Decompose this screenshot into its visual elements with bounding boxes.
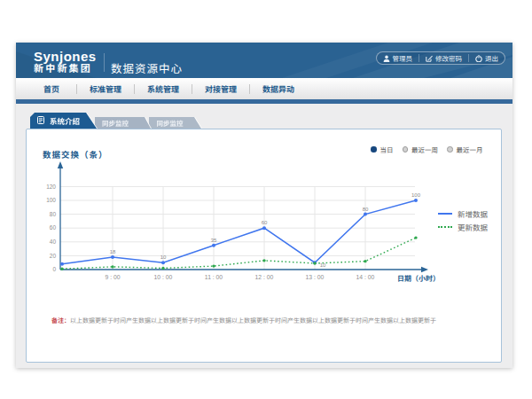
nav-item-home[interactable]: 首页	[27, 83, 76, 95]
radio-last-month[interactable]: 最近一月	[447, 145, 483, 154]
series-point	[262, 259, 265, 262]
user-icon	[383, 55, 390, 62]
series-point	[313, 262, 316, 264]
series-point	[60, 262, 64, 266]
change-password-label: 修改密码	[435, 53, 462, 63]
x-tick-label: 12 : 00	[255, 274, 274, 280]
brand-logo-subtext: 新中新集团	[34, 63, 97, 74]
y-tick-label: 120	[46, 184, 56, 190]
footnote-prefix: 备注：	[51, 317, 70, 324]
tab-sync-monitor-2[interactable]: 同步监控	[149, 117, 201, 129]
footnote-text: 以上数据更新于时间产生数据以上数据更新于时间产生数据以上数据更新于时间产生数据以…	[70, 317, 436, 324]
tab-system-intro[interactable]: 系统介绍	[30, 113, 97, 129]
radio-selected-dot	[371, 146, 377, 153]
radio-last-week[interactable]: 最近一周	[403, 145, 439, 154]
point-label: 60	[262, 220, 268, 225]
tab-label: 同步监控	[157, 118, 184, 128]
series-point	[111, 265, 113, 268]
tab-label: 同步监控	[102, 118, 129, 128]
point-label: 35	[211, 238, 217, 243]
series-point	[60, 268, 63, 270]
brand-logo-text: Synjones	[34, 51, 97, 63]
app-window: Synjones 新中新集团 数据资源中心 管理员 修改密码 退出 首页 标准管…	[16, 43, 512, 368]
x-axis-arrow-icon	[421, 267, 428, 272]
y-tick-label: 40	[50, 239, 57, 245]
time-range-group: 当日 最近一周 最近一月	[371, 145, 492, 154]
content-area: 系统介绍 同步监控 同步监控 当日	[16, 104, 512, 368]
power-icon	[475, 55, 482, 62]
nav-item-system-mgmt[interactable]: 系统管理	[135, 83, 192, 95]
brand-logo: Synjones 新中新集团	[34, 51, 97, 74]
x-tick-label: 11 : 00	[205, 274, 223, 280]
nav-item-standard-mgmt[interactable]: 标准管理	[77, 83, 134, 95]
tab-label: 系统介绍	[50, 115, 80, 126]
series-point	[212, 244, 215, 247]
header-divider	[104, 53, 105, 72]
series-point	[111, 255, 114, 259]
y-tick-label: 60	[50, 224, 57, 231]
tab-sync-monitor-1[interactable]: 同步监控	[95, 117, 151, 129]
y-tick-label: 80	[50, 211, 57, 217]
footnote: 备注：以上数据更新于时间产生数据以上数据更新于时间产生数据以上数据更新于时间产生…	[51, 316, 436, 325]
edit-icon	[426, 55, 433, 62]
legend-item-update-data: 更新数据	[438, 220, 488, 233]
point-label: 10	[160, 254, 167, 260]
x-tick-label: 13 : 00	[306, 274, 325, 280]
user-name-label: 管理员	[393, 53, 413, 63]
user-bar-separator	[419, 54, 419, 62]
tab-bar: 系统介绍 同步监控 同步监控	[30, 113, 201, 129]
user-menu-admin[interactable]: 管理员	[383, 53, 413, 63]
point-label: 80	[363, 207, 369, 212]
series-point	[161, 261, 165, 264]
y-tick-label: 0	[52, 266, 56, 272]
line-chart: 0204060801001209 : 0010 : 0011 : 0012 : …	[27, 159, 434, 292]
x-axis-title: 日期（小时）	[397, 273, 440, 283]
series-point	[414, 199, 418, 202]
document-icon	[37, 116, 44, 124]
legend-line-dotted-icon	[438, 226, 452, 228]
point-label: 100	[411, 192, 421, 198]
radio-unselected-dot	[447, 146, 453, 153]
chart-legend: 新增数据 更新数据	[438, 207, 488, 233]
x-tick-label: 10 : 00	[154, 274, 173, 280]
series-point	[414, 236, 417, 239]
radio-today[interactable]: 当日	[371, 145, 394, 154]
series-point	[364, 260, 366, 262]
header: Synjones 新中新集团 数据资源中心 管理员 修改密码 退出	[16, 43, 512, 78]
y-axis-arrow-icon	[58, 161, 63, 168]
nav-item-docking-mgmt[interactable]: 对接管理	[192, 83, 249, 95]
main-nav: 首页 标准管理 系统管理 对接管理 数据异动	[16, 78, 512, 99]
y-tick-label: 100	[46, 197, 56, 203]
series-point	[262, 226, 266, 230]
page-title: 数据资源中心	[111, 59, 183, 76]
legend-item-new-data: 新增数据	[438, 207, 488, 220]
series-point	[161, 267, 164, 270]
x-tick-label: 9 : 00	[105, 274, 120, 280]
legend-line-solid-icon	[438, 213, 452, 215]
series-point	[364, 213, 367, 216]
y-tick-label: 20	[50, 253, 57, 259]
user-bar: 管理员 修改密码 退出	[376, 51, 506, 65]
x-tick-label: 14 : 00	[356, 274, 375, 280]
chart-panel: 当日 最近一周 最近一月 数据交换（条） 0204060801001209 : …	[26, 129, 502, 363]
change-password-button[interactable]: 修改密码	[426, 53, 462, 63]
user-bar-separator	[468, 54, 469, 62]
logout-button[interactable]: 退出	[475, 53, 498, 63]
logout-label: 退出	[485, 53, 498, 63]
nav-item-data-change[interactable]: 数据异动	[250, 83, 307, 95]
point-label: 18	[110, 249, 116, 254]
radio-unselected-dot	[403, 146, 409, 153]
series-point	[212, 264, 215, 267]
